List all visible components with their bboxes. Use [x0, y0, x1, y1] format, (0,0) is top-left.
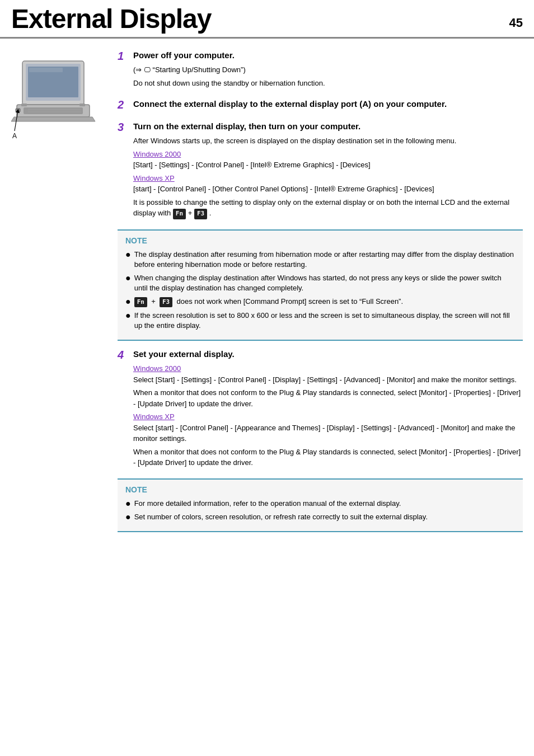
svg-rect-8 [21, 104, 27, 106]
svg-rect-11 [29, 68, 63, 72]
step-4-winxp-plug: When a monitor that does not conform to … [133, 447, 523, 468]
step-4-winxp-link[interactable]: Windows XP [133, 412, 175, 421]
step-4-win2000-plug: When a monitor that does not conform to … [133, 387, 523, 409]
svg-rect-3 [24, 107, 83, 114]
left-column: A [11, 50, 106, 540]
step-4-number: 4 [118, 349, 130, 361]
note-2-item-1: ● For more detailed information, refer t… [125, 499, 515, 509]
step-4-win2000: Windows 2000 Select [Start] - [Settings]… [133, 363, 523, 409]
step-1-number: 1 [118, 50, 130, 62]
note-1-item-3: ● Fn + F3 does not work when [Command Pr… [125, 297, 515, 307]
step-4-win2000-link[interactable]: Windows 2000 [133, 364, 181, 373]
step-3-winxp-path: [start] - [Control Panel] - [Other Contr… [133, 184, 523, 195]
step-3-winxp: Windows XP [start] - [Control Panel] - [… [133, 173, 523, 195]
fn-key-badge: Fn [173, 209, 186, 219]
step-3-intro: After Windows starts up, the screen is d… [133, 135, 523, 147]
step-4-winxp: Windows XP Select [start] - [Control Pan… [133, 411, 523, 468]
step-1-line2: Do not shut down using the standby or hi… [133, 78, 523, 89]
step-1-body: (⇒ 🖵 “Starting Up/Shutting Down”) Do not… [133, 64, 523, 88]
note-2-item-2: ● Set number of colors, screen resolutio… [125, 512, 515, 522]
step-3-fn-note: It is possible to change the setting to … [133, 197, 523, 219]
note-section-1: NOTE ● The display destination after res… [118, 229, 523, 341]
step-2: 2 Connect the external display to the ex… [118, 98, 523, 111]
svg-text:A: A [12, 132, 17, 140]
bullet-1: ● [125, 250, 131, 259]
note-2-label: NOTE [125, 485, 515, 494]
f3-key-badge: F3 [194, 209, 207, 219]
note-fn-key: Fn [134, 297, 147, 307]
laptop-illustration: A [11, 55, 98, 153]
step-1-title: Power off your computer. [133, 50, 235, 61]
step-3-win2000-path: [Start] - [Settings] - [Control Panel] -… [133, 159, 523, 171]
bullet-5: ● [125, 499, 131, 508]
step-1: 1 Power off your computer. (⇒ 🖵 “Startin… [118, 50, 523, 88]
note-1-item-4: ● If the screen resolution is set to 800… [125, 311, 515, 331]
bullet-2: ● [125, 274, 131, 283]
main-content: A 1 Power off your computer. (⇒ 🖵 “Start… [0, 50, 534, 540]
step-4: 4 Set your external display. Windows 200… [118, 349, 523, 468]
step-4-title: Set your external display. [133, 349, 235, 360]
bullet-3: ● [125, 297, 131, 306]
page-number: 45 [509, 16, 523, 32]
bullet-4: ● [125, 311, 131, 320]
page-title: External Display [11, 6, 212, 32]
step-3-win2000: Windows 2000 [Start] - [Settings] - [Con… [133, 149, 523, 171]
step-3-number: 3 [118, 121, 130, 133]
step-4-win2000-path: Select [Start] - [Settings] - [Control P… [133, 374, 523, 386]
step-3: 3 Turn on the external display, then tur… [118, 121, 523, 219]
note-1-item-2: ● When changing the display destination … [125, 273, 515, 293]
step-3-body: After Windows starts up, the screen is d… [133, 135, 523, 219]
note-section-2: NOTE ● For more detailed information, re… [118, 478, 523, 532]
step-2-number: 2 [118, 98, 130, 111]
note-1-item-1: ● The display destination after resuming… [125, 250, 515, 270]
step-1-line1: “Starting Up/Shutting Down”) [153, 65, 246, 74]
step-2-title: Connect the external display to the exte… [133, 98, 447, 110]
step-4-body: Windows 2000 Select [Start] - [Settings]… [133, 363, 523, 468]
right-column: 1 Power off your computer. (⇒ 🖵 “Startin… [118, 50, 523, 540]
page-header: External Display 45 [0, 0, 534, 39]
step-1-arrow: (⇒ [133, 65, 144, 74]
laptop-svg: A [11, 55, 98, 153]
note-f3-key: F3 [160, 297, 172, 307]
step-1-icon: 🖵 [144, 66, 151, 74]
step-4-winxp-path: Select [start] - [Control Panel] - [Appe… [133, 422, 523, 444]
svg-rect-9 [79, 104, 85, 106]
step-3-win2000-link[interactable]: Windows 2000 [133, 150, 181, 158]
note-1-label: NOTE [125, 236, 515, 245]
bullet-6: ● [125, 513, 131, 522]
step-3-title: Turn on the external display, then turn … [133, 121, 360, 132]
step-3-winxp-link[interactable]: Windows XP [133, 174, 175, 182]
